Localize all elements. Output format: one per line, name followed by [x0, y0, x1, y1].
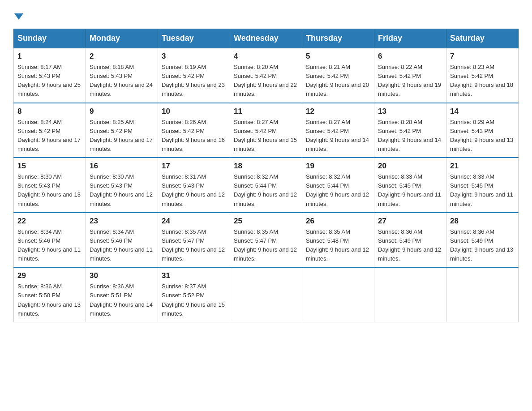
calendar-cell: 22 Sunrise: 8:34 AM Sunset: 5:46 PM Dayl…: [14, 213, 86, 268]
day-info: Sunrise: 8:34 AM Sunset: 5:46 PM Dayligh…: [17, 227, 82, 264]
day-number: 25: [234, 217, 298, 226]
weekday-header-row: SundayMondayTuesdayWednesdayThursdayFrid…: [14, 29, 519, 48]
calendar-week-row: 8 Sunrise: 8:24 AM Sunset: 5:42 PM Dayli…: [14, 103, 519, 158]
day-number: 21: [450, 162, 515, 171]
day-info: Sunrise: 8:34 AM Sunset: 5:46 PM Dayligh…: [90, 227, 154, 264]
day-info: Sunrise: 8:32 AM Sunset: 5:44 PM Dayligh…: [234, 172, 298, 209]
day-info: Sunrise: 8:31 AM Sunset: 5:43 PM Dayligh…: [162, 172, 226, 209]
calendar-cell: 14 Sunrise: 8:29 AM Sunset: 5:43 PM Dayl…: [446, 103, 519, 158]
calendar-cell: 13 Sunrise: 8:28 AM Sunset: 5:42 PM Dayl…: [374, 103, 446, 158]
weekday-header-tuesday: Tuesday: [158, 29, 230, 48]
calendar-cell: 17 Sunrise: 8:31 AM Sunset: 5:43 PM Dayl…: [158, 158, 230, 213]
calendar-body: 1 Sunrise: 8:17 AM Sunset: 5:43 PM Dayli…: [14, 48, 519, 322]
day-number: 30: [90, 271, 154, 280]
calendar-cell: 26 Sunrise: 8:35 AM Sunset: 5:48 PM Dayl…: [302, 213, 374, 268]
day-number: 3: [162, 52, 226, 61]
day-number: 29: [17, 271, 82, 280]
day-number: 2: [90, 52, 154, 61]
day-info: Sunrise: 8:35 AM Sunset: 5:47 PM Dayligh…: [162, 227, 226, 264]
calendar-cell: 15 Sunrise: 8:30 AM Sunset: 5:43 PM Dayl…: [14, 158, 86, 213]
page-header: [13, 9, 519, 20]
calendar-cell: [302, 267, 374, 322]
calendar-week-row: 1 Sunrise: 8:17 AM Sunset: 5:43 PM Dayli…: [14, 48, 519, 103]
day-number: 9: [90, 107, 154, 116]
day-number: 27: [378, 217, 442, 226]
day-number: 19: [306, 162, 370, 171]
weekday-header-friday: Friday: [374, 29, 446, 48]
day-info: Sunrise: 8:17 AM Sunset: 5:43 PM Dayligh…: [17, 63, 82, 99]
logo: [13, 13, 23, 20]
day-number: 17: [162, 162, 226, 171]
day-number: 14: [450, 107, 515, 116]
calendar-cell: 6 Sunrise: 8:22 AM Sunset: 5:42 PM Dayli…: [374, 48, 446, 103]
calendar-cell: 12 Sunrise: 8:27 AM Sunset: 5:42 PM Dayl…: [302, 103, 374, 158]
calendar-cell: 9 Sunrise: 8:25 AM Sunset: 5:42 PM Dayli…: [86, 103, 158, 158]
day-info: Sunrise: 8:27 AM Sunset: 5:42 PM Dayligh…: [234, 118, 298, 154]
day-info: Sunrise: 8:36 AM Sunset: 5:49 PM Dayligh…: [450, 227, 515, 264]
day-info: Sunrise: 8:25 AM Sunset: 5:42 PM Dayligh…: [90, 118, 154, 154]
calendar-cell: 11 Sunrise: 8:27 AM Sunset: 5:42 PM Dayl…: [230, 103, 302, 158]
day-number: 4: [234, 52, 298, 61]
day-info: Sunrise: 8:20 AM Sunset: 5:42 PM Dayligh…: [234, 63, 298, 99]
calendar-week-row: 22 Sunrise: 8:34 AM Sunset: 5:46 PM Dayl…: [14, 213, 519, 268]
day-number: 8: [17, 107, 82, 116]
day-info: Sunrise: 8:29 AM Sunset: 5:43 PM Dayligh…: [450, 118, 515, 154]
calendar-cell: 8 Sunrise: 8:24 AM Sunset: 5:42 PM Dayli…: [14, 103, 86, 158]
logo-triangle-icon: [14, 13, 23, 20]
day-info: Sunrise: 8:30 AM Sunset: 5:43 PM Dayligh…: [90, 172, 154, 209]
day-info: Sunrise: 8:23 AM Sunset: 5:42 PM Dayligh…: [450, 63, 515, 99]
day-info: Sunrise: 8:36 AM Sunset: 5:51 PM Dayligh…: [90, 282, 154, 318]
weekday-header-thursday: Thursday: [302, 29, 374, 48]
day-number: 22: [17, 217, 82, 226]
day-number: 11: [234, 107, 298, 116]
day-number: 12: [306, 107, 370, 116]
day-info: Sunrise: 8:27 AM Sunset: 5:42 PM Dayligh…: [306, 118, 370, 154]
calendar-cell: 7 Sunrise: 8:23 AM Sunset: 5:42 PM Dayli…: [446, 48, 519, 103]
weekday-header-monday: Monday: [86, 29, 158, 48]
day-info: Sunrise: 8:19 AM Sunset: 5:42 PM Dayligh…: [162, 63, 226, 99]
day-number: 26: [306, 217, 370, 226]
day-info: Sunrise: 8:35 AM Sunset: 5:48 PM Dayligh…: [306, 227, 370, 264]
day-number: 5: [306, 52, 370, 61]
calendar-cell: 3 Sunrise: 8:19 AM Sunset: 5:42 PM Dayli…: [158, 48, 230, 103]
calendar-cell: 20 Sunrise: 8:33 AM Sunset: 5:45 PM Dayl…: [374, 158, 446, 213]
calendar-cell: 31 Sunrise: 8:37 AM Sunset: 5:52 PM Dayl…: [158, 267, 230, 322]
calendar-cell: 4 Sunrise: 8:20 AM Sunset: 5:42 PM Dayli…: [230, 48, 302, 103]
calendar-cell: [446, 267, 519, 322]
day-info: Sunrise: 8:37 AM Sunset: 5:52 PM Dayligh…: [162, 282, 226, 318]
day-number: 15: [17, 162, 82, 171]
day-number: 28: [450, 217, 515, 226]
calendar-week-row: 15 Sunrise: 8:30 AM Sunset: 5:43 PM Dayl…: [14, 158, 519, 213]
day-info: Sunrise: 8:24 AM Sunset: 5:42 PM Dayligh…: [17, 118, 82, 154]
day-number: 6: [378, 52, 442, 61]
calendar-table: SundayMondayTuesdayWednesdayThursdayFrid…: [13, 29, 519, 322]
day-info: Sunrise: 8:33 AM Sunset: 5:45 PM Dayligh…: [450, 172, 515, 209]
day-info: Sunrise: 8:18 AM Sunset: 5:43 PM Dayligh…: [90, 63, 154, 99]
calendar-cell: 2 Sunrise: 8:18 AM Sunset: 5:43 PM Dayli…: [86, 48, 158, 103]
calendar-header: SundayMondayTuesdayWednesdayThursdayFrid…: [14, 29, 519, 48]
calendar-cell: 29 Sunrise: 8:36 AM Sunset: 5:50 PM Dayl…: [14, 267, 86, 322]
day-info: Sunrise: 8:21 AM Sunset: 5:42 PM Dayligh…: [306, 63, 370, 99]
day-number: 16: [90, 162, 154, 171]
day-info: Sunrise: 8:30 AM Sunset: 5:43 PM Dayligh…: [17, 172, 82, 209]
day-number: 18: [234, 162, 298, 171]
day-info: Sunrise: 8:35 AM Sunset: 5:47 PM Dayligh…: [234, 227, 298, 264]
calendar-cell: 25 Sunrise: 8:35 AM Sunset: 5:47 PM Dayl…: [230, 213, 302, 268]
weekday-header-sunday: Sunday: [14, 29, 86, 48]
calendar-cell: 30 Sunrise: 8:36 AM Sunset: 5:51 PM Dayl…: [86, 267, 158, 322]
day-number: 31: [162, 271, 226, 280]
calendar-cell: [374, 267, 446, 322]
day-info: Sunrise: 8:36 AM Sunset: 5:50 PM Dayligh…: [17, 282, 82, 318]
calendar-cell: 5 Sunrise: 8:21 AM Sunset: 5:42 PM Dayli…: [302, 48, 374, 103]
day-number: 23: [90, 217, 154, 226]
calendar-cell: 10 Sunrise: 8:26 AM Sunset: 5:42 PM Dayl…: [158, 103, 230, 158]
calendar-cell: 19 Sunrise: 8:32 AM Sunset: 5:44 PM Dayl…: [302, 158, 374, 213]
day-info: Sunrise: 8:28 AM Sunset: 5:42 PM Dayligh…: [378, 118, 442, 154]
day-number: 10: [162, 107, 226, 116]
calendar-cell: 16 Sunrise: 8:30 AM Sunset: 5:43 PM Dayl…: [86, 158, 158, 213]
weekday-header-wednesday: Wednesday: [230, 29, 302, 48]
calendar-cell: 28 Sunrise: 8:36 AM Sunset: 5:49 PM Dayl…: [446, 213, 519, 268]
day-info: Sunrise: 8:26 AM Sunset: 5:42 PM Dayligh…: [162, 118, 226, 154]
day-number: 1: [17, 52, 82, 61]
calendar-cell: 18 Sunrise: 8:32 AM Sunset: 5:44 PM Dayl…: [230, 158, 302, 213]
